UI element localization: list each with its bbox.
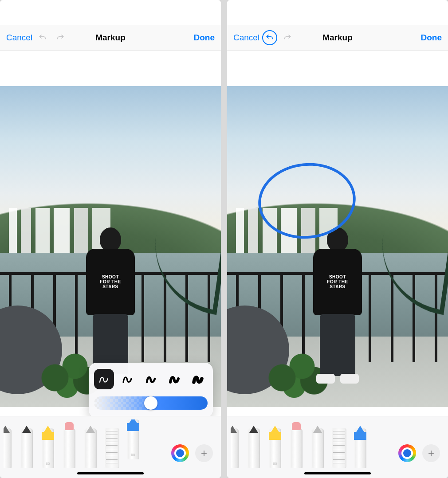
home-indicator[interactable] <box>304 472 371 474</box>
tool-eraser[interactable] <box>286 419 307 468</box>
tool-pen[interactable] <box>231 419 243 468</box>
shirt-text: SHOOT FOR THE STARS <box>86 249 135 315</box>
tool-size-label: 80 <box>273 462 277 466</box>
selected-color-swatch <box>176 449 184 457</box>
cancel-button[interactable]: Cancel <box>6 33 32 43</box>
stroke-settings-popover <box>89 363 213 416</box>
tool-tray[interactable]: 8050 <box>4 419 165 468</box>
add-annotation-button[interactable]: + <box>422 444 440 462</box>
tool-fineliner[interactable] <box>16 419 37 468</box>
stroke-squiggle-icon <box>144 372 157 386</box>
redo-icon <box>283 33 292 42</box>
navigation-bar: Cancel Markup Done <box>0 25 221 51</box>
stroke-width-row <box>94 369 208 389</box>
stroke-width-1[interactable] <box>94 369 114 389</box>
markup-screen-after: Cancel Markup Done <box>227 0 448 478</box>
add-annotation-button[interactable]: + <box>195 444 213 462</box>
tool-crayon[interactable]: 50 <box>122 419 144 459</box>
tool-tray[interactable]: 80 <box>231 419 392 468</box>
stroke-squiggle-icon <box>97 372 110 386</box>
undo-icon <box>265 33 274 42</box>
redo-button[interactable] <box>280 30 295 45</box>
opacity-thumb[interactable] <box>144 396 157 410</box>
tool-size-label: 50 <box>131 453 135 457</box>
markup-canvas[interactable]: SHOOT FOR THE STARS <box>0 51 221 416</box>
stroke-width-2[interactable] <box>118 369 138 389</box>
stroke-squiggle-icon <box>168 372 181 386</box>
undo-button[interactable] <box>262 30 277 45</box>
stroke-width-3[interactable] <box>141 369 161 389</box>
photo-content: SHOOT FOR THE STARS <box>0 86 221 407</box>
tool-highlighter[interactable]: 80 <box>37 419 59 468</box>
color-picker-button[interactable] <box>398 444 416 462</box>
cancel-button[interactable]: Cancel <box>233 33 259 43</box>
home-indicator[interactable] <box>77 472 144 474</box>
stroke-width-4[interactable] <box>164 369 184 389</box>
undo-icon <box>38 33 47 42</box>
tool-ruler[interactable] <box>328 419 350 468</box>
done-button[interactable]: Done <box>194 33 215 43</box>
tool-pen[interactable] <box>4 419 16 468</box>
plus-icon: + <box>201 447 207 459</box>
navigation-bar: Cancel Markup Done <box>227 25 448 51</box>
done-button[interactable]: Done <box>421 33 442 43</box>
markup-toolbar: 8050 + <box>0 416 221 478</box>
tool-size-label: 80 <box>46 462 50 466</box>
markup-screen-before: Cancel Markup Done <box>0 0 221 478</box>
stroke-width-5[interactable] <box>188 369 208 389</box>
tool-crayon[interactable] <box>350 419 371 468</box>
page-title: Markup <box>95 33 126 43</box>
redo-button[interactable] <box>53 30 68 45</box>
selected-color-swatch <box>403 449 411 457</box>
redo-icon <box>56 33 65 42</box>
tool-ruler[interactable] <box>101 419 122 468</box>
stroke-squiggle-icon <box>191 372 204 386</box>
tool-fineliner[interactable] <box>243 419 264 468</box>
tool-pencil[interactable] <box>80 419 101 468</box>
tool-highlighter[interactable]: 80 <box>264 419 286 468</box>
page-title: Markup <box>322 33 353 43</box>
color-picker-button[interactable] <box>171 444 189 462</box>
markup-canvas[interactable]: SHOOT FOR THE STARS <box>227 51 448 416</box>
plus-icon: + <box>428 447 434 459</box>
tool-pencil[interactable] <box>307 419 328 468</box>
tool-eraser[interactable] <box>59 419 80 468</box>
markup-toolbar: 80 + <box>227 416 448 478</box>
opacity-slider[interactable] <box>94 396 208 410</box>
shirt-text: SHOOT FOR THE STARS <box>313 249 362 315</box>
photo-content: SHOOT FOR THE STARS <box>227 86 448 407</box>
undo-button[interactable] <box>35 30 50 45</box>
stroke-squiggle-icon <box>121 372 134 386</box>
